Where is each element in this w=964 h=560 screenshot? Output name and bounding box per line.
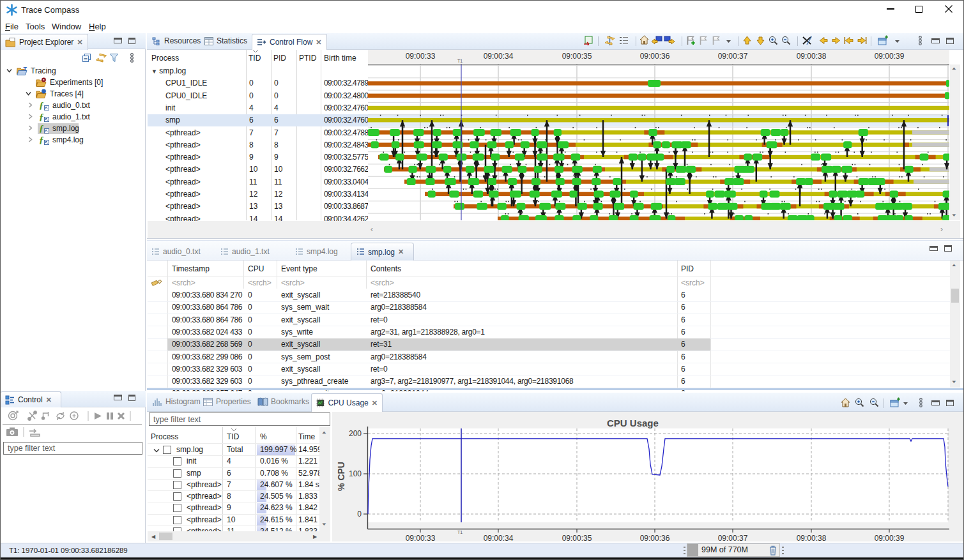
svg-text:ƒ: ƒ [39, 135, 44, 145]
svg-text:ƒ: ƒ [39, 123, 44, 133]
svg-text:ƒ: ƒ [39, 100, 44, 110]
svg-text:T: T [24, 66, 27, 72]
svg-text:ƒ: ƒ [39, 112, 44, 122]
